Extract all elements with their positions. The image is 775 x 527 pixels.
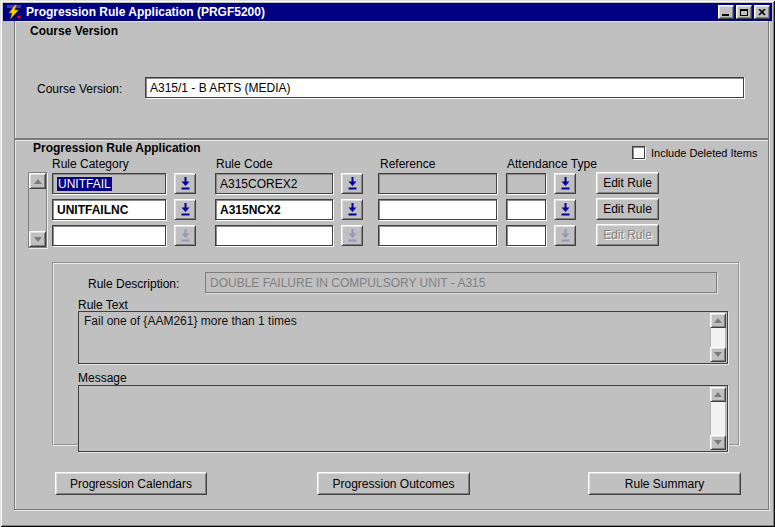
minimize-icon <box>722 14 729 16</box>
maximize-button[interactable] <box>736 5 752 19</box>
records-scrollbar[interactable] <box>28 172 47 248</box>
triangle-down-icon <box>714 440 722 445</box>
attendance-type-field[interactable] <box>506 199 546 220</box>
include-deleted-label: Include Deleted Items <box>651 147 757 159</box>
course-version-label: Course Version: <box>37 82 122 96</box>
col-header-rule-code: Rule Code <box>216 157 273 171</box>
rule-description-label: Rule Description: <box>88 277 179 291</box>
window-title: Progression Rule Application (PRGF5200) <box>26 5 716 19</box>
triangle-up-icon <box>714 392 722 397</box>
rule-text-value[interactable]: Fail one of {AAM261} more than 1 times <box>79 312 709 363</box>
down-arrow-to-bar-icon <box>347 203 358 216</box>
scroll-up-button[interactable] <box>710 313 726 328</box>
col-header-reference: Reference <box>380 157 435 171</box>
rule-code-lov-button[interactable] <box>341 199 363 220</box>
col-header-attendance-type: Attendance Type <box>507 157 597 171</box>
down-arrow-to-bar-icon <box>180 203 191 216</box>
rule-text-box[interactable]: Fail one of {AAM261} more than 1 times <box>78 311 728 364</box>
rule-summary-button[interactable]: Rule Summary <box>588 472 741 495</box>
scroll-up-button[interactable] <box>29 173 46 189</box>
app-window: Progression Rule Application (PRGF5200) … <box>0 0 775 527</box>
include-deleted-checkbox[interactable] <box>632 146 645 159</box>
attendance-type-lov-button[interactable] <box>554 199 576 220</box>
scroll-down-button[interactable] <box>710 435 726 450</box>
attendance-type-lov-button[interactable] <box>554 173 576 194</box>
down-arrow-to-bar-icon <box>347 229 358 242</box>
scrollbar-track[interactable] <box>710 328 726 347</box>
down-arrow-to-bar-icon <box>560 229 571 242</box>
down-arrow-to-bar-icon <box>180 177 191 190</box>
attendance-type-field[interactable] <box>506 173 546 194</box>
edit-rule-button[interactable]: Edit Rule <box>596 172 659 194</box>
message-label: Message <box>78 371 127 385</box>
edit-rule-button[interactable]: Edit Rule <box>596 198 659 220</box>
rule-category-lov-button[interactable] <box>174 173 196 194</box>
progression-outcomes-button[interactable]: Progression Outcomes <box>317 472 470 495</box>
close-icon <box>758 9 766 16</box>
close-button[interactable] <box>754 5 770 19</box>
triangle-down-icon <box>34 237 42 242</box>
scrollbar-track[interactable] <box>710 402 726 435</box>
attendance-type-lov-button <box>554 225 576 246</box>
maximize-icon <box>740 9 748 16</box>
down-arrow-to-bar-icon <box>560 203 571 216</box>
rule-category-field[interactable]: UNITFAIL <box>52 173 166 194</box>
col-header-rule-category: Rule Category <box>52 157 129 171</box>
minimize-button[interactable] <box>718 5 734 19</box>
progression-calendars-button[interactable]: Progression Calendars <box>55 472 207 495</box>
triangle-up-icon <box>714 318 722 323</box>
course-version-section-title: Course Version <box>30 24 118 38</box>
rule-code-field[interactable]: A315NCX2 <box>215 199 333 220</box>
titlebar[interactable]: Progression Rule Application (PRGF5200) <box>3 3 772 21</box>
scroll-up-button[interactable] <box>710 387 726 402</box>
rule-code-lov-button <box>341 225 363 246</box>
message-value[interactable] <box>79 386 709 451</box>
reference-field[interactable] <box>378 173 497 194</box>
progression-section-title: Progression Rule Application <box>33 141 201 155</box>
rule-code-field[interactable] <box>215 225 333 246</box>
triangle-down-icon <box>714 352 722 357</box>
reference-field[interactable] <box>378 199 497 220</box>
rule-category-lov-button <box>174 225 196 246</box>
rule-category-lov-button[interactable] <box>174 199 196 220</box>
triangle-up-icon <box>34 179 42 184</box>
rule-category-field[interactable] <box>52 225 166 246</box>
edit-rule-button: Edit Rule <box>596 224 659 246</box>
down-arrow-to-bar-icon <box>180 229 191 242</box>
scroll-down-button[interactable] <box>29 231 46 247</box>
scroll-down-button[interactable] <box>710 347 726 362</box>
attendance-type-field[interactable] <box>506 225 546 246</box>
rule-category-field[interactable]: UNITFAILNC <box>52 199 166 220</box>
rule-description-field: DOUBLE FAILURE IN COMPULSORY UNIT - A315 <box>205 272 717 293</box>
reference-field[interactable] <box>378 225 497 246</box>
down-arrow-to-bar-icon <box>560 177 571 190</box>
message-scrollbar[interactable] <box>710 387 726 450</box>
rule-text-scrollbar[interactable] <box>710 313 726 362</box>
course-version-field[interactable]: A315/1 - B ARTS (MEDIA) <box>145 77 744 98</box>
rule-text-label: Rule Text <box>78 298 128 312</box>
rule-code-field[interactable]: A315COREX2 <box>215 173 333 194</box>
scrollbar-track[interactable] <box>29 189 46 231</box>
app-icon <box>6 4 22 20</box>
down-arrow-to-bar-icon <box>347 177 358 190</box>
rule-code-lov-button[interactable] <box>341 173 363 194</box>
message-box[interactable] <box>78 385 728 452</box>
